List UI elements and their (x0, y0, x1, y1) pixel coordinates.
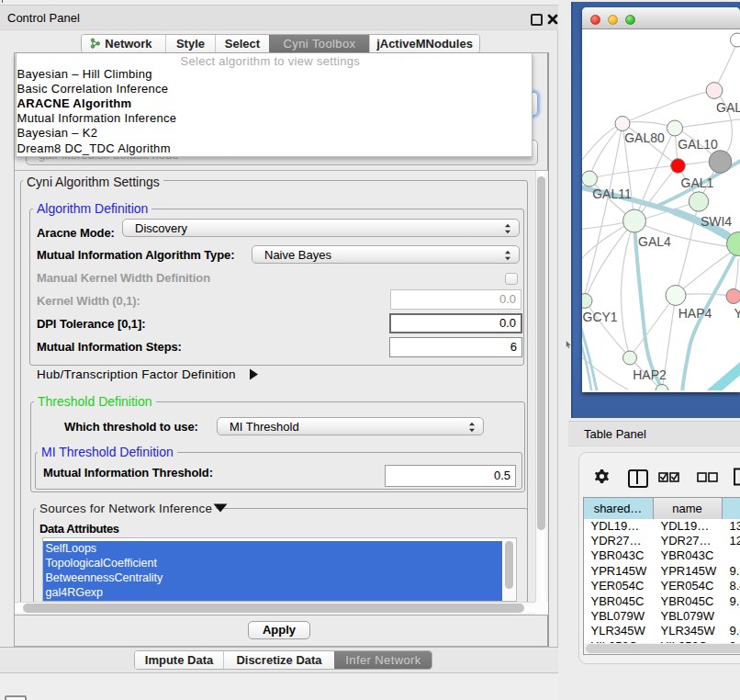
svg-text:GAL11: GAL11 (592, 186, 632, 201)
svg-text:GAL80: GAL80 (624, 130, 665, 145)
svg-text:GCY1: GCY1 (583, 309, 618, 323)
svg-text:YEL: YEL (734, 305, 740, 320)
svg-text:HAP2: HAP2 (633, 367, 667, 382)
svg-text:GAL1: GAL1 (681, 175, 714, 190)
svg-text:GAL4: GAL4 (638, 234, 671, 249)
svg-text:SWI4: SWI4 (701, 213, 732, 228)
svg-text:GAL2: GAL2 (716, 100, 740, 115)
svg-text:GAL10: GAL10 (678, 137, 718, 152)
svg-text:HAP4: HAP4 (678, 306, 712, 321)
